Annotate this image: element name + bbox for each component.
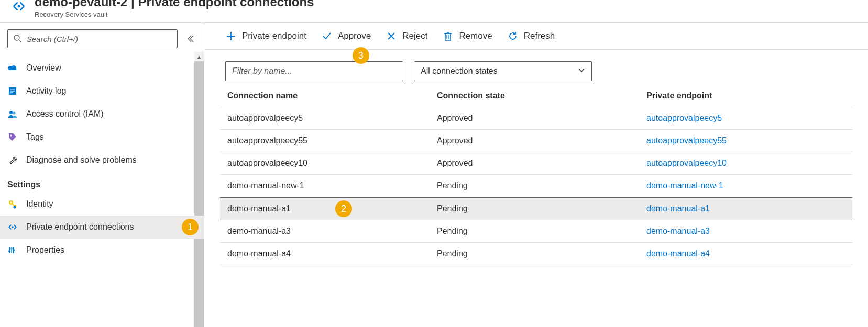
page-title: demo-pevault-2 | Private endpoint connec… (35, 0, 314, 9)
cell-state: Pending (437, 249, 646, 258)
cloud-icon (7, 63, 18, 73)
filter-bar: All connection states (204, 50, 868, 87)
refresh-icon (507, 30, 519, 42)
cell-endpoint-link[interactable]: autoapprovalpeecy55 (646, 136, 845, 145)
reject-button[interactable]: Reject (386, 30, 427, 42)
cell-state: Pending (437, 227, 646, 236)
svg-point-18 (10, 247, 13, 250)
cell-endpoint-link[interactable]: demo-manual-a3 (646, 227, 845, 236)
toolbar-label: Remove (459, 31, 492, 41)
sidebar-item-label: Activity log (26, 86, 66, 96)
refresh-button[interactable]: Refresh (507, 30, 555, 42)
cell-state: Approved (437, 114, 646, 123)
svg-point-8 (13, 112, 16, 115)
remove-button[interactable]: Remove (442, 30, 492, 42)
page-header: demo-pevault-2 | Private endpoint connec… (0, 0, 868, 23)
sidebar-item-label: Private endpoint connections (26, 222, 134, 232)
cell-endpoint-link[interactable]: autoapprovalpeecy10 (646, 159, 845, 168)
key-icon (7, 199, 18, 209)
dropdown-label: All connection states (421, 66, 498, 76)
table-row[interactable]: autoapprovalpeecy5 Approved autoapproval… (220, 107, 852, 130)
sidebar-item-identity[interactable]: Identity (0, 193, 204, 216)
sidebar-item-label: Identity (26, 199, 53, 209)
cell-name: autoapprovalpeecy55 (227, 136, 437, 145)
sidebar-item-overview[interactable]: Overview (0, 57, 204, 80)
toolbar-label: Refresh (524, 31, 555, 41)
sidebar-item-label: Diagnose and solve problems (26, 155, 137, 165)
connection-state-dropdown[interactable]: All connection states (414, 61, 592, 81)
svg-point-11 (10, 202, 12, 204)
approve-button[interactable]: Approve 3 (321, 30, 371, 42)
svg-point-17 (8, 250, 10, 252)
sidebar-item-label: Tags (26, 132, 44, 142)
col-connection-state[interactable]: Connection state (437, 91, 646, 100)
col-private-endpoint[interactable]: Private endpoint (646, 91, 845, 100)
callout-badge-1: 1 (182, 219, 199, 235)
svg-point-12 (14, 206, 16, 209)
sidebar-search[interactable] (7, 29, 178, 48)
private-endpoint-button[interactable]: Private endpoint (225, 30, 306, 42)
svg-rect-24 (445, 33, 451, 40)
cell-name: autoapprovalpeecy10 (227, 159, 437, 168)
toolbar-label: Private endpoint (242, 31, 306, 41)
sidebar-item-label: Access control (IAM) (26, 109, 104, 119)
command-bar: Private endpoint Approve 3 Reject Remove (204, 23, 868, 50)
table-row[interactable]: demo-manual-new-1 Pending demo-manual-ne… (220, 175, 852, 197)
svg-point-1 (14, 35, 19, 40)
cell-endpoint-link[interactable]: demo-manual-a1 (646, 204, 845, 213)
collapse-sidebar-button[interactable] (184, 32, 196, 45)
sidebar-item-tags[interactable]: Tags (0, 126, 204, 149)
cell-name: demo-manual-a4 (227, 249, 437, 258)
cell-endpoint-link[interactable]: autoapprovalpeecy5 (646, 114, 845, 123)
sidebar-section-settings: Settings (0, 172, 204, 193)
sidebar: ▲ Overview Activity log Access control (… (0, 23, 204, 327)
svg-point-13 (12, 226, 14, 228)
main-content: Private endpoint Approve 3 Reject Remove (204, 23, 868, 327)
sidebar-nav: Overview Activity log Access control (IA… (0, 54, 204, 327)
checkmark-icon (321, 30, 333, 42)
x-icon (386, 30, 397, 42)
table-row[interactable]: demo-manual-a3 Pending demo-manual-a3 (220, 220, 852, 243)
sidebar-item-access-control[interactable]: Access control (IAM) (0, 103, 204, 126)
endpoint-icon (7, 222, 18, 232)
cell-endpoint-link[interactable]: demo-manual-a4 (646, 249, 845, 258)
page-subtitle: Recovery Services vault (35, 10, 314, 18)
callout-badge-3: 3 (353, 47, 369, 64)
table-row[interactable]: demo-manual-a1 Pending demo-manual-a1 2 (220, 197, 852, 220)
toolbar-label: Reject (402, 31, 427, 41)
log-icon (7, 86, 18, 96)
sidebar-item-diagnose[interactable]: Diagnose and solve problems (0, 149, 204, 172)
sidebar-item-label: Overview (26, 63, 61, 73)
table-row[interactable]: autoapprovalpeecy10 Approved autoapprova… (220, 152, 852, 175)
cell-state: Approved (437, 136, 646, 145)
svg-point-7 (9, 111, 13, 114)
search-icon (13, 34, 21, 44)
trash-icon (442, 30, 454, 42)
sidebar-item-properties[interactable]: Properties (0, 239, 204, 262)
plus-icon (225, 30, 237, 42)
table-row[interactable]: autoapprovalpeecy55 Approved autoapprova… (220, 130, 852, 152)
toolbar-label: Approve (338, 31, 371, 41)
cell-name: demo-manual-new-1 (227, 181, 437, 190)
sidebar-search-input[interactable] (27, 35, 172, 43)
svg-point-19 (13, 249, 15, 251)
chevron-down-icon (578, 66, 585, 76)
filter-by-name-input[interactable] (225, 61, 403, 81)
connections-table: Connection name Connection state Private… (204, 87, 868, 265)
cell-endpoint-link[interactable]: demo-manual-new-1 (646, 181, 845, 190)
cell-name: demo-manual-a3 (227, 227, 437, 236)
cell-name: demo-manual-a1 (227, 204, 437, 213)
callout-badge-2: 2 (335, 200, 352, 217)
col-connection-name[interactable]: Connection name (227, 91, 437, 100)
sidebar-item-private-endpoint-connections[interactable]: Private endpoint connections 1 (0, 216, 204, 239)
wrench-icon (7, 155, 18, 165)
cell-state: Pending (437, 204, 646, 213)
vault-endpoint-icon (10, 0, 27, 15)
table-header-row: Connection name Connection state Private… (220, 87, 852, 107)
properties-icon (7, 245, 18, 255)
cell-state: Pending (437, 181, 646, 190)
cell-name: autoapprovalpeecy5 (227, 114, 437, 123)
sidebar-item-activity-log[interactable]: Activity log (0, 80, 204, 103)
table-row[interactable]: demo-manual-a4 Pending demo-manual-a4 (220, 243, 852, 265)
svg-point-9 (10, 135, 12, 137)
